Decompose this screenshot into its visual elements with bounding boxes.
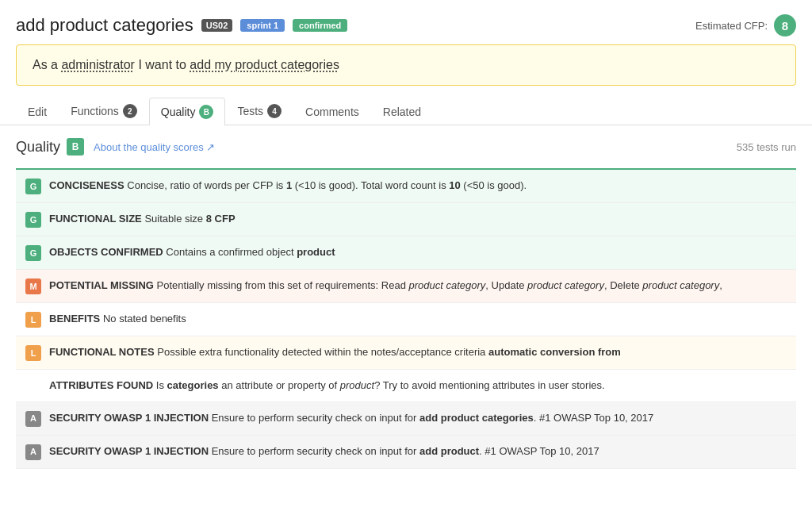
objects-confirmed-title: OBJECTS CONFIRMED (49, 246, 163, 258)
functional-notes-text: Possible extra functionality detected wi… (157, 346, 621, 358)
potential-missing-title: POTENTIAL MISSING (49, 279, 154, 291)
attributes-found-text: Is categories an attribute or property o… (156, 379, 605, 391)
quality-item-conciseness: G CONCISENESS Concise, ratio of words pe… (16, 170, 796, 203)
functions-badge: 2 (123, 104, 137, 118)
sprint-badge: sprint 1 (240, 19, 285, 32)
quality-item-functional-size: G FUNCTIONAL SIZE Suitable size 8 CFP (16, 203, 796, 236)
quality-item-attributes-found: ATTRIBUTES FOUND Is categories an attrib… (16, 370, 796, 402)
tab-functions[interactable]: Functions 2 (59, 97, 149, 125)
quality-badge: B (199, 105, 213, 119)
objects-confirmed-text: Contains a confirmed object product (166, 246, 335, 258)
conciseness-title: CONCISENESS (49, 179, 124, 191)
quality-item-objects-confirmed: G OBJECTS CONFIRMED Contains a confirmed… (16, 236, 796, 270)
security-1-text: Ensure to perform security check on inpu… (212, 412, 654, 424)
potential-missing-text: Potentially missing from this set of req… (157, 279, 722, 291)
functional-notes-icon: L (25, 345, 41, 361)
security-1-icon: A (25, 411, 41, 427)
confirmed-badge: confirmed (293, 19, 347, 32)
quality-item-security-1: A SECURITY OWASP 1 INJECTION Ensure to p… (16, 402, 796, 436)
cfp-value: 8 (774, 14, 796, 36)
benefits-icon: L (25, 312, 41, 328)
quality-content: Quality B About the quality scores ↗ 535… (0, 125, 812, 482)
tab-tests[interactable]: Tests 4 (225, 97, 293, 125)
tests-run-count: 535 tests run (737, 141, 796, 153)
functional-size-text: Suitable size 8 CFP (144, 213, 235, 225)
benefits-title: BENEFITS (49, 313, 100, 325)
security-1-title: SECURITY OWASP 1 INJECTION (49, 412, 209, 424)
cfp-label: Estimated CFP: (695, 20, 768, 32)
functional-notes-title: FUNCTIONAL NOTES (49, 346, 155, 358)
story-actor[interactable]: administrator (61, 58, 134, 71)
us-badge: US02 (201, 19, 233, 32)
quality-title-row: Quality B About the quality scores ↗ (16, 138, 215, 156)
conciseness-icon: G (25, 179, 41, 194)
quality-item-potential-missing: M POTENTIAL MISSING Potentially missing … (16, 270, 796, 303)
tests-badge: 4 (267, 104, 282, 118)
security-2-icon: A (25, 444, 41, 460)
story-text-middle: I want to (135, 58, 190, 71)
header: add product categories US02 sprint 1 con… (0, 0, 812, 44)
objects-confirmed-icon: G (25, 245, 41, 261)
quality-items-list: G CONCISENESS Concise, ratio of words pe… (16, 168, 796, 469)
tab-edit[interactable]: Edit (16, 98, 59, 125)
quality-item-benefits: L BENEFITS No stated benefits (16, 303, 796, 336)
security-2-title: SECURITY OWASP 1 INJECTION (49, 445, 209, 457)
tab-quality[interactable]: Quality B (149, 98, 226, 125)
conciseness-text: Concise, ratio of words per CFP is 1 (<1… (127, 179, 527, 191)
page-title: add product categories (16, 15, 193, 36)
security-2-text: Ensure to perform security check on inpu… (212, 445, 599, 457)
story-text-prefix: As a (33, 58, 61, 71)
tabs-container: Edit Functions 2 Quality B Tests 4 Comme… (0, 97, 812, 125)
story-banner: As a administrator I want to add my prod… (16, 44, 796, 86)
benefits-text: No stated benefits (103, 313, 186, 325)
tab-related[interactable]: Related (371, 98, 433, 125)
quality-title-text: Quality (16, 139, 60, 156)
quality-item-security-2: A SECURITY OWASP 1 INJECTION Ensure to p… (16, 436, 796, 469)
functional-size-icon: G (25, 212, 41, 228)
quality-grade: B (67, 138, 84, 156)
tab-comments[interactable]: Comments (293, 98, 371, 125)
potential-missing-icon: M (25, 278, 41, 294)
about-quality-link[interactable]: About the quality scores ↗ (94, 141, 215, 153)
functional-size-title: FUNCTIONAL SIZE (49, 213, 142, 225)
attributes-found-title: ATTRIBUTES FOUND (49, 379, 153, 391)
quality-item-functional-notes: L FUNCTIONAL NOTES Possible extra functi… (16, 336, 796, 370)
story-action[interactable]: add my product categories (190, 58, 339, 71)
